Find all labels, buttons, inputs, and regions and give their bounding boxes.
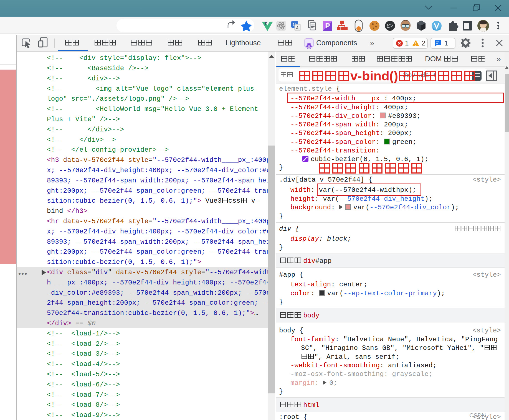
svg-text:P: P [325, 22, 330, 30]
